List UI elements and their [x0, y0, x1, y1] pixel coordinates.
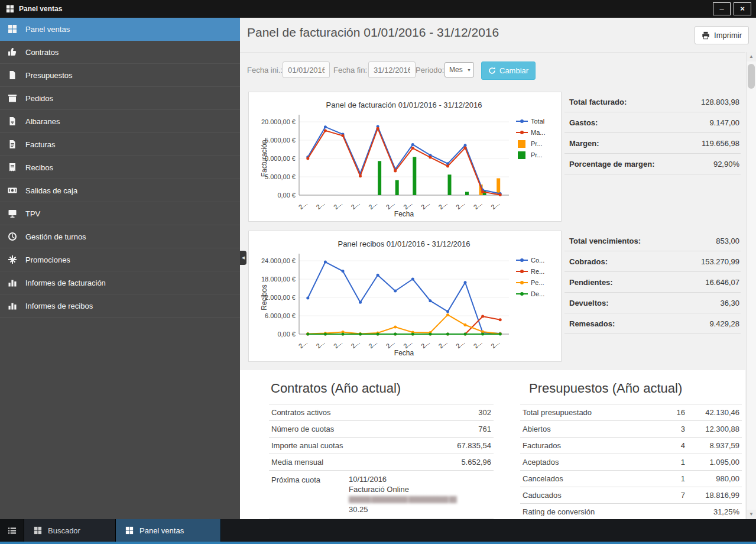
scroll-up-arrow-icon[interactable]: ▲ [747, 52, 756, 61]
stat-label: Margen: [569, 139, 599, 148]
taskbar-tab-panel-ventas[interactable]: Panel ventas [116, 519, 221, 542]
legend-item: Re... [516, 267, 544, 275]
vertical-scrollbar[interactable]: ▲ ▼ [746, 52, 756, 519]
minimize-button[interactable]: – [713, 2, 731, 15]
stat-row: Total facturado:128.803,98 [564, 92, 741, 112]
row-label: Próxima cuota [271, 475, 349, 514]
application-window: Panel ventas – × Panel ventasContratosPr… [0, 0, 756, 544]
dashboard-icon [8, 24, 17, 34]
sidebar-item-informes-de-facturacion[interactable]: Informes de facturación [0, 271, 240, 294]
svg-text:2.000,00 €: 2.000,00 € [265, 294, 296, 301]
sidebar-item-label: Pedidos [25, 94, 53, 103]
table-row: Cancelados1980,00 [520, 471, 742, 487]
proxima-cuota-details: 10/11/2016Facturació Online██████ ██████… [349, 475, 491, 514]
redacted-company-name: ██████ ██████████ ███████████ ██ [349, 496, 491, 504]
svg-text:2...: 2... [314, 338, 326, 349]
scroll-down-arrow-icon[interactable]: ▼ [747, 510, 756, 519]
legend-item: Pr... [516, 151, 545, 158]
sidebar-item-facturas[interactable]: Facturas [0, 133, 240, 156]
proxima-amount: 30.25 [349, 506, 491, 514]
sidebar-item-panel-ventas[interactable]: Panel ventas [0, 18, 240, 41]
stat-row: Devueltos:36,30 [564, 293, 741, 313]
svg-text:0.000,00 €: 0.000,00 € [265, 155, 296, 162]
box-icon [8, 93, 17, 103]
scrollbar-thumb[interactable] [748, 64, 755, 89]
row-label: Número de cuotas [271, 425, 450, 433]
svg-text:2...: 2... [349, 338, 361, 349]
stat-label: Cobrados: [569, 257, 608, 266]
legend-line-swatch [516, 257, 528, 264]
table-row: Rating de conversión31,25% [520, 504, 742, 519]
fecha-fin-input[interactable] [368, 61, 416, 78]
stat-label: Gastos: [569, 118, 598, 127]
legend-item: Co... [516, 256, 544, 264]
legend-label: Total [531, 118, 544, 125]
table-row: Media mensual5.652,96 [269, 454, 494, 471]
taskbar-tab-buscador[interactable]: Buscador [24, 519, 116, 542]
contratos-table: Contratos activos302Número de cuotas761I… [269, 404, 494, 519]
stat-label: Devueltos: [569, 299, 608, 307]
legend-item: Pr... [516, 140, 545, 147]
legend-item: Pe... [516, 279, 544, 286]
svg-text:2...: 2... [367, 199, 378, 211]
stat-label: Total facturado: [569, 98, 627, 106]
sidebar-item-gestion-de-turnos[interactable]: Gestión de turnos [0, 225, 240, 248]
header-divider [240, 52, 745, 53]
sidebar-item-contratos[interactable]: Contratos [0, 41, 240, 64]
taskbar-tab-label: Panel ventas [139, 526, 184, 535]
facturacion-chart-legend: TotalMa...Pr...Pr... [516, 117, 545, 158]
row-amount: 12.300,88 [685, 425, 739, 433]
svg-text:2...: 2... [420, 338, 431, 349]
cambiar-button[interactable]: Cambiar [481, 61, 536, 80]
table-row: Facturados48.937,59 [520, 438, 742, 454]
sidebar-item-label: Gestión de turnos [25, 232, 86, 241]
sidebar-collapse-handle[interactable]: ◀ [240, 251, 246, 265]
row-count: 3 [663, 425, 685, 433]
sidebar-item-tpv[interactable]: TPV [0, 202, 240, 225]
legend-bar-swatch [516, 140, 528, 147]
svg-text:24.000,00 €: 24.000,00 € [261, 257, 296, 264]
row-label: Total presupuestado [523, 408, 663, 417]
legend-item: De... [516, 290, 544, 297]
legend-line-swatch [516, 129, 528, 136]
row-count: 7 [663, 491, 685, 500]
close-button[interactable]: × [734, 2, 751, 15]
summary-section: Contratos (Año actual) Presupuestos (Año… [240, 370, 745, 519]
apps-menu-button[interactable] [0, 519, 24, 542]
sidebar-item-salidas-de-caja[interactable]: Salidas de caja [0, 179, 240, 202]
sidebar-item-albaranes[interactable]: Albaranes [0, 110, 240, 133]
grid-icon [34, 526, 42, 535]
window-titlebar: Panel ventas – × [0, 0, 756, 18]
fecha-ini-input[interactable] [283, 61, 330, 78]
legend-line-swatch [516, 279, 528, 286]
print-button[interactable]: Imprimir [695, 26, 749, 44]
thumbs-up-icon [8, 47, 17, 57]
sidebar-item-recibos[interactable]: Recibos [0, 156, 240, 179]
row-amount: 42.130,46 [685, 408, 739, 417]
sidebar-item-promociones[interactable]: Promociones [0, 248, 240, 271]
app-grid-icon [6, 5, 14, 13]
periodo-select[interactable]: Mes ▼ [444, 62, 474, 77]
svg-text:2...: 2... [402, 199, 413, 211]
sidebar-item-label: Facturas [25, 140, 56, 149]
svg-text:2...: 2... [314, 199, 326, 211]
sidebar-item-label: Informes de recibos [25, 302, 93, 310]
svg-text:2...: 2... [472, 338, 483, 349]
stat-row: Pendientes:16.646,07 [564, 272, 741, 293]
recibos-stats: Total vencimientos:853,00Cobrados:153.27… [564, 231, 741, 334]
legend-label: De... [531, 290, 544, 297]
stat-label: Total vencimientos: [569, 237, 641, 245]
svg-text:Panel recibos 01/01/2016 - 31/: Panel recibos 01/01/2016 - 31/12/2016 [338, 239, 470, 248]
contratos-section-title: Contratos (Año actual) [271, 381, 401, 396]
proxima-date: 10/11/2016 [349, 475, 491, 484]
sidebar-item-pedidos[interactable]: Pedidos [0, 87, 240, 110]
row-label: Abiertos [523, 425, 663, 433]
svg-text:0,00 €: 0,00 € [277, 192, 296, 199]
sidebar-item-informes-de-recibos[interactable]: Informes de recibos [0, 294, 240, 318]
svg-text:5.000,00 €: 5.000,00 € [265, 173, 296, 180]
asterisk-icon [8, 255, 17, 264]
legend-bar-swatch [516, 151, 528, 158]
svg-text:2...: 2... [385, 199, 396, 211]
sidebar-item-presupuestos[interactable]: Presupuestos [0, 64, 240, 87]
legend-label: Co... [531, 257, 544, 264]
